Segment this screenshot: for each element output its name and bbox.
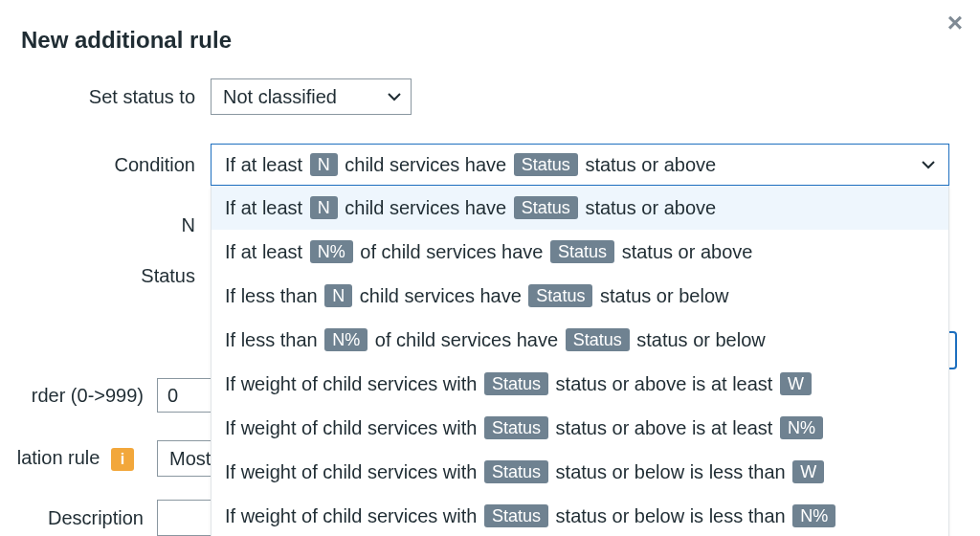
token-w: W — [780, 372, 812, 395]
underlying-sortorder-row: rder (0->999) — [0, 378, 232, 413]
row-set-status: Set status to Not classified — [0, 78, 980, 115]
condition-select[interactable]: If at least N child services have Status… — [211, 144, 949, 186]
token-npct: N% — [310, 240, 353, 263]
token-status: Status — [484, 416, 548, 439]
token-w: W — [792, 460, 824, 483]
dialog-new-additional-rule: × New additional rule Set status to Not … — [0, 0, 980, 536]
close-icon[interactable]: × — [947, 8, 963, 38]
token-status: Status — [550, 240, 614, 263]
token-status: Status — [484, 504, 548, 527]
token-npct: N% — [324, 328, 368, 351]
token-status: Status — [484, 372, 548, 395]
label-n: N — [0, 214, 211, 236]
set-status-select[interactable]: Not classified — [211, 78, 412, 115]
chevron-down-icon — [388, 93, 401, 101]
condition-option-4[interactable]: If weight of child services with Status … — [212, 362, 948, 406]
token-status: Status — [566, 328, 630, 351]
underlying-description-label: Description — [0, 507, 157, 529]
chevron-down-icon — [922, 161, 935, 169]
condition-option-6[interactable]: If weight of child services with Status … — [212, 450, 948, 494]
underlying-rule-label: lation rule i — [0, 447, 157, 471]
condition-option-3[interactable]: If less than N% of child services have S… — [212, 318, 948, 362]
condition-option-2[interactable]: If less than N child services have Statu… — [212, 274, 948, 318]
label-condition: Condition — [0, 154, 211, 176]
dialog-title: New additional rule — [0, 0, 980, 78]
token-status: Status — [484, 460, 548, 483]
help-icon[interactable]: i — [111, 448, 134, 471]
label-set-status: Set status to — [0, 86, 211, 108]
set-status-value: Not classified — [223, 86, 337, 108]
token-status: Status — [514, 153, 578, 176]
condition-option-1[interactable]: If at least N% of child services have St… — [212, 230, 948, 274]
condition-option-5[interactable]: If weight of child services with Status … — [212, 406, 948, 450]
condition-option-0[interactable]: If at least N child services have Status… — [212, 186, 948, 230]
condition-combo: If at least N child services have Status… — [211, 144, 980, 186]
condition-option-7[interactable]: If weight of child services with Status … — [212, 494, 948, 536]
token-npct: N% — [780, 416, 823, 439]
underlying-sortorder-label: rder (0->999) — [0, 385, 157, 407]
token-status: Status — [528, 284, 592, 307]
token-npct: N% — [792, 504, 835, 527]
condition-options-list: If at least N child services have Status… — [211, 186, 949, 536]
token-n: N — [310, 153, 338, 176]
token-n: N — [324, 284, 352, 307]
token-status: Status — [514, 196, 578, 219]
underlying-description-row: Description — [0, 500, 226, 536]
label-status: Status — [0, 265, 211, 287]
condition-selected-text: If at least N child services have Status… — [225, 153, 716, 176]
token-n: N — [310, 196, 338, 219]
row-condition: Condition If at least N child services h… — [0, 144, 980, 186]
